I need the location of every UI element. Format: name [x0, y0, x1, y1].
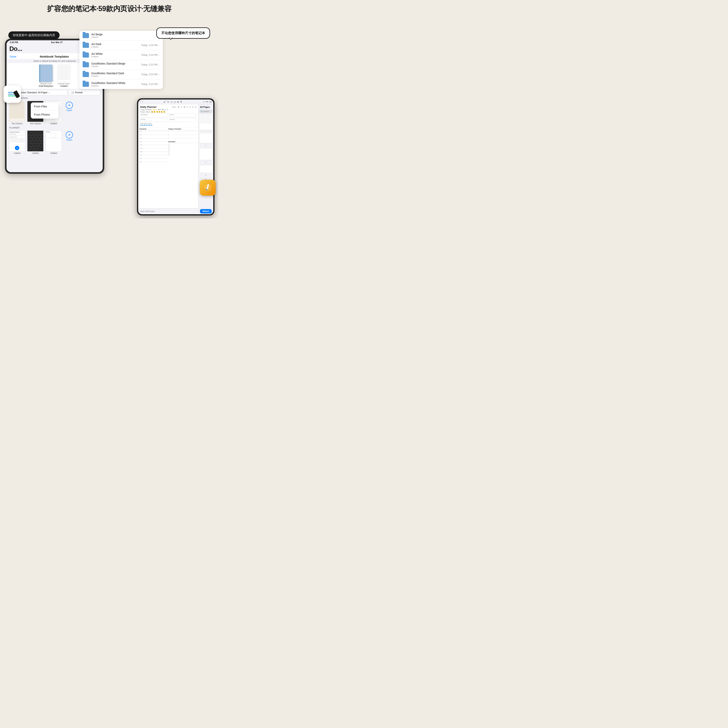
select-button[interactable]: Select: [200, 209, 212, 214]
done-button[interactable]: Done: [10, 55, 16, 58]
template-thumb-hex: [27, 130, 43, 151]
template-name: Untitled: [50, 152, 57, 154]
page-thumbnail-4[interactable]: [199, 165, 213, 173]
folder-icon: [83, 33, 89, 38]
import-button[interactable]: + Import: [64, 101, 75, 112]
template-item-hex[interactable]: Untitled: [27, 130, 43, 154]
template-name: Two Column: [30, 122, 41, 125]
time-slot: 10am: [139, 144, 168, 145]
time-slot: 2pm: [139, 158, 168, 159]
right-toolbar: ‹ ↑ 🖊 ✏ ◇ ◻ ● 🎙 + ••• ⊡: [138, 99, 213, 104]
right-bottom-bar: Task of All Goals Select: [138, 208, 213, 214]
header-text-1: 扩容您的笔记本·: [47, 5, 98, 13]
chevron-right-icon: ›: [159, 73, 160, 76]
status-time: 3:20 PM: [10, 41, 18, 43]
chevron-right-icon: ›: [159, 63, 160, 66]
lunch-cell: Lunch: [169, 113, 196, 117]
weather-row: Today's Weather ☀️ ⛅ 🌧 ⛈ 🌨 ❄️ 🌬: [140, 109, 196, 111]
page-thumbnail-2[interactable]: [199, 131, 213, 143]
svg-point-34: [206, 189, 207, 190]
search-bar[interactable]: 🔍 Search: [199, 110, 213, 113]
folder-icon: [83, 43, 89, 48]
checklist-title: Checklist: [168, 141, 197, 143]
template-name: Two Column: [12, 122, 23, 125]
planner-title: Daily Planner: [140, 106, 156, 109]
speech-bubble: 不论您使用哪种尺寸的笔记本: [156, 28, 210, 39]
folder-item[interactable]: GoodNotes Standard White 0 items Today, …: [80, 80, 163, 89]
color-icon[interactable]: ●: [177, 100, 179, 103]
folder-count: 0 items: [91, 65, 141, 67]
planner-sections: Schedule 6am 7am 8am: [138, 127, 198, 208]
import-plus-icon: +: [66, 102, 73, 109]
import-button-planner[interactable]: + Import: [64, 130, 75, 142]
time-slot: 8am: [139, 138, 168, 139]
folder-item[interactable]: GoodNotes Standard Dark 0 items Today, 3…: [80, 70, 163, 80]
orientation-icon: ⬜: [71, 91, 74, 94]
from-photos-option[interactable]: From Photos: [31, 111, 58, 119]
pencil-tool-icon[interactable]: ✏: [167, 100, 170, 103]
template-item[interactable]: Two Column: [9, 101, 25, 125]
page-header: 扩容您的笔记本·59款内页设计·无缝兼容: [0, 0, 219, 15]
default-cover-preview: Default Cover Solid Babyblue: [38, 64, 53, 87]
header-text-2: ·无缝兼容: [141, 5, 171, 13]
templates-grid-planner: Quarterly Planner Monthly Goals Quarterl…: [6, 129, 102, 156]
page-thumbnail-1[interactable]: [199, 114, 213, 130]
template-item-recipe[interactable]: Recipe Untitled: [46, 130, 62, 154]
folder-count: 0 items: [91, 85, 141, 87]
highlight-icon[interactable]: ◇: [171, 100, 173, 103]
back-icon[interactable]: ‹: [140, 100, 141, 103]
pen-tool-icon[interactable]: 🖊: [164, 100, 166, 103]
folder-item[interactable]: GoodNotes Standard Beige 0 items Today, …: [80, 60, 163, 70]
template-name: Untitled: [50, 122, 57, 125]
template-thumb: [9, 101, 25, 122]
modal-title: Notebook Templates: [40, 55, 69, 58]
orientation-selector[interactable]: ⬜ Portrait: [69, 90, 100, 95]
page-number-3: 3: [199, 174, 213, 177]
goodnotes-app-icon-left[interactable]: [3, 86, 21, 103]
chevron-right-icon: ›: [159, 44, 160, 47]
folder-name: A4 White: [91, 52, 141, 55]
folder-item[interactable]: A4 Beige 0 items: [80, 31, 163, 41]
time-slot: 1pm: [139, 154, 168, 156]
checklist-area: [168, 143, 197, 156]
time-slot: 9am: [139, 141, 168, 142]
default-paper-preview: Default Paper Untitled: [57, 64, 71, 87]
fullscreen-icon[interactable]: ⊡: [210, 100, 212, 103]
folder-name: GoodNotes Standard Dark: [91, 72, 141, 75]
folder-name: A4 Dark: [91, 43, 141, 46]
chevron-down-icon: ∨: [48, 92, 50, 94]
folder-item[interactable]: A4 White 0 items Today, 3:24 PM ›: [80, 50, 163, 60]
template-item[interactable]: From Files From Photos Two Column: [27, 101, 43, 125]
planner-header: Daily Planner Elmo M T W T F S S: [138, 104, 198, 127]
mic-icon[interactable]: 🎙: [180, 100, 182, 103]
eraser-icon[interactable]: ◻: [174, 100, 176, 103]
goodnotes-app-icon-right[interactable]: [200, 180, 216, 196]
page-thumbnail-3[interactable]: [199, 148, 213, 160]
template-item-quarterly[interactable]: Quarterly Planner Monthly Goals Quarterl…: [9, 130, 25, 154]
from-files-option[interactable]: From Files: [31, 102, 58, 111]
template-thumb-recipe: Recipe: [46, 130, 62, 151]
time-slot: 7am: [139, 134, 168, 135]
planner-section-label: PLANNER: [6, 126, 102, 129]
cover-paper[interactable]: [57, 64, 71, 82]
folder-count: 0 items: [91, 75, 141, 77]
share-icon[interactable]: ↑: [142, 100, 143, 103]
water-tracker: Daily Water Intake: [140, 123, 196, 126]
folder-icon: [83, 82, 89, 87]
import-plus-icon-2: +: [66, 131, 73, 138]
add-icon[interactable]: +: [203, 100, 205, 103]
selected-checkmark: ✓: [15, 146, 19, 150]
dots-icon[interactable]: •••: [205, 100, 208, 103]
right-ipad-screen: ‹ ↑ 🖊 ✏ ◇ ◻ ● 🎙 + ••• ⊡ Daily Planner: [138, 99, 213, 214]
time-slot: 6am: [139, 131, 168, 132]
cover-book[interactable]: [39, 64, 53, 82]
task-label: Task of All Goals: [140, 210, 154, 213]
paper-label: Default Paper: [58, 83, 70, 85]
folder-item[interactable]: A4 Dark 0 items Today, 3:24 PM ›: [80, 41, 163, 50]
folder-icon: [83, 52, 89, 58]
template-name: Untitled: [14, 152, 20, 154]
folder-count: 0 items: [91, 55, 141, 58]
page-number-1: 1: [199, 144, 213, 147]
breakfast-cell: Breakfast: [140, 113, 168, 117]
planner-top-row: Breakfast Lunch: [140, 113, 196, 117]
